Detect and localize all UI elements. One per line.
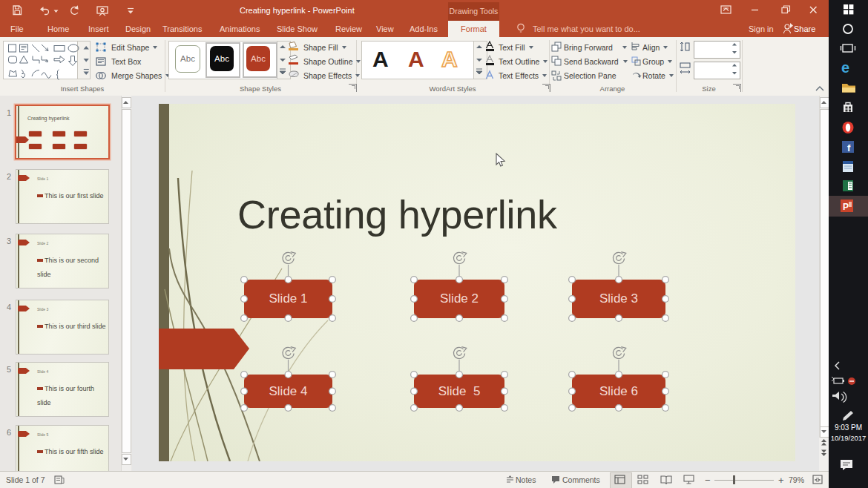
- svg-text:P: P: [843, 202, 849, 212]
- svg-text:f: f: [847, 142, 851, 154]
- svg-text:e: e: [841, 59, 849, 76]
- svg-text:9:03 PM: 9:03 PM: [835, 423, 862, 432]
- svg-text:10/19/2017: 10/19/2017: [831, 434, 867, 442]
